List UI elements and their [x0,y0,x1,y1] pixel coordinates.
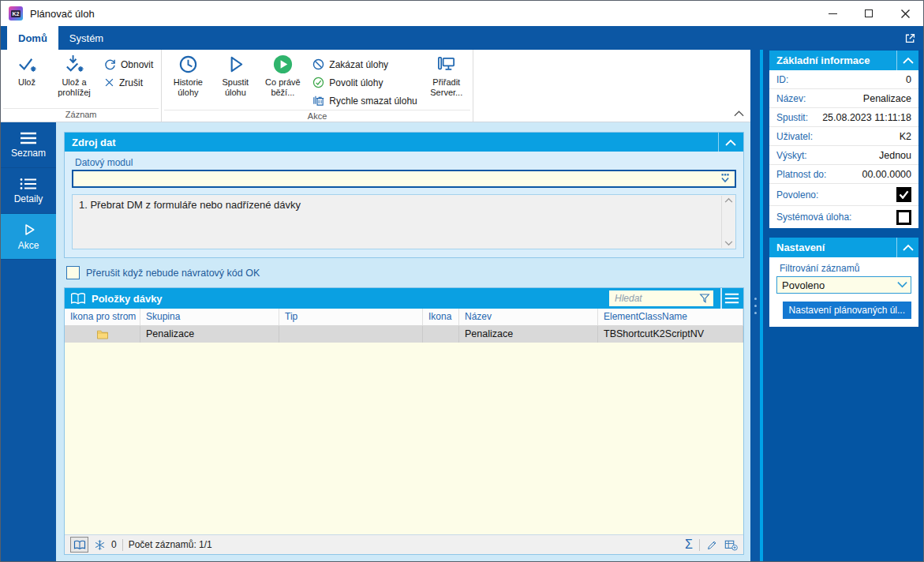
listbox-scrollbar[interactable] [721,196,735,248]
section-polozky-davky: Položky dávky [64,287,744,555]
filter-select[interactable]: Povoleno [776,276,911,294]
frozen-count: 0 [111,539,117,550]
collapse-nastaveni-button[interactable] [896,238,918,257]
zdroj-dat-header: Zdroj dat [65,133,743,152]
funnel-icon [698,292,711,305]
interrupt-checkbox-row: Přerušit když nebude návratový kód OK [66,266,744,279]
col-header-tip[interactable]: Tip [279,309,423,325]
info-row-id: ID: 0 [769,70,918,89]
popout-panel-button[interactable] [896,26,923,50]
col-header-elementclassname[interactable]: ElementClassName [598,309,743,325]
sidebar-item-detaily[interactable]: Detaily [1,168,56,214]
lookup-chevron-icon [718,171,732,185]
run-task-button[interactable]: Spustit úlohu [211,52,259,97]
save-check-icon [17,54,38,75]
ribbon-group-zaznam: Ulož Ulož a prohlížej [1,50,162,122]
table-row[interactable]: Penalizace Penalizace TBShortcutK2Script… [65,326,743,343]
server-monitor-icon [436,54,457,75]
app-window: K2 Plánovač úloh Domů Systém [0,0,924,562]
chevron-up-icon [903,57,914,64]
tab-home[interactable]: Domů [7,26,58,50]
cancel-button[interactable]: Zrušit [101,73,155,92]
zakladni-informace-title: Základní informace [776,54,870,66]
quick-delete-task-button[interactable]: Rychle smazat úlohu [309,92,419,110]
collapse-zdroj-dat-button[interactable] [718,133,742,152]
info-row-platnost-do: Platnost do: 00.00.0000 [769,165,918,184]
menu-icon [724,293,739,304]
col-header-skupina[interactable]: Skupina [140,309,279,325]
panel-splitter[interactable] [750,50,760,561]
collapse-ribbon-button[interactable] [734,108,744,119]
disable-tasks-button[interactable]: Zakázat úlohy [309,55,419,73]
freeze-snowflake-icon[interactable] [94,539,106,551]
refresh-icon [103,58,117,71]
interrupt-checkbox[interactable] [66,266,80,279]
dm-source-listbox[interactable]: 1. Přebrat DM z formuláře nebo nadřízené… [72,194,736,249]
info-row-uzivatel: Uživatel: K2 [769,127,918,146]
scroll-down-icon [724,241,733,246]
polozky-davky-header: Položky dávky [65,288,743,309]
table-menu-button[interactable] [720,288,741,309]
save-button[interactable]: Ulož [3,52,51,88]
col-header-nazev[interactable]: Název [459,309,598,325]
refresh-button[interactable]: Obnovit [101,55,155,73]
sum-button[interactable]: Σ [685,538,693,551]
divider [122,539,123,551]
card-nastaveni: Nastavení Filtrování záznamů Povoleno N [769,238,918,327]
group-label-akce: Akce [164,110,469,122]
splitter-handle-dot [754,312,757,314]
clock-icon [178,54,199,75]
collapse-zakladni-informace-button[interactable] [896,51,918,70]
row-ikona-cell [423,326,459,343]
zdroj-dat-title: Zdroj dat [72,137,116,148]
filter-funnel-button[interactable] [698,292,711,307]
info-row-spustit: Spustit: 25.08.2023 11:11:18 [769,108,918,127]
povoleno-checkbox[interactable] [896,187,911,202]
trash-icon [312,94,325,107]
divider [699,539,700,551]
edit-pencil-button[interactable] [706,539,718,551]
enable-tasks-button[interactable]: Povolit úlohy [309,73,419,92]
list-icon [19,132,38,144]
assign-server-button[interactable]: Přiřadit Server... [423,52,470,97]
row-elementclassname-cell: TBShortcutK2ScriptNV [598,326,743,343]
sidebar-item-akce[interactable]: Akce [1,214,56,260]
row-tip-cell [279,326,423,343]
datovy-modul-input[interactable] [72,170,736,188]
save-and-view-button[interactable]: Ulož a prohlížej [51,52,98,97]
filter-selected-value: Povoleno [782,279,825,291]
close-icon [900,9,911,19]
tabbar-spacer [114,26,896,50]
folder-icon [96,329,109,339]
table-footer: 0 Počet záznamů: 1/1 Σ [65,534,743,554]
play-green-icon [272,54,294,75]
ribbon-tab-bar: Domů Systém [1,26,923,50]
book-view-button[interactable] [70,537,88,553]
close-button[interactable] [887,1,923,26]
maximize-icon [865,9,873,17]
ribbon: Ulož Ulož a prohlížej [1,50,750,122]
save-view-icon [64,54,85,75]
table-empty-area [65,343,743,534]
maximize-button[interactable] [851,1,887,26]
minimize-icon [829,13,837,14]
col-header-ikona-pro-strom[interactable]: Ikona pro strom [65,309,140,325]
table-header-row: Ikona pro strom Skupina Tip Ikona Název … [65,309,743,326]
sidebar-item-seznam[interactable]: Seznam [1,122,56,168]
combo-dropdown-button[interactable] [718,171,732,188]
info-row-systemova-uloha: Systémová úloha: [769,206,918,228]
task-history-button[interactable]: Historie úlohy [164,52,211,97]
polozky-davky-title: Položky dávky [92,293,163,305]
currently-running-button[interactable]: Co právě běží... [259,52,306,97]
tab-system[interactable]: Systém [58,26,114,50]
dm-source-item[interactable]: 1. Přebrat DM z formuláře nebo nadřízené… [79,199,301,211]
minimize-button[interactable] [814,1,851,26]
main-content: Zdroj dat Datový modul [56,122,750,561]
row-skupina-cell: Penalizace [140,326,279,343]
col-header-ikona[interactable]: Ikona [423,309,459,325]
add-record-button[interactable] [724,539,738,551]
cancel-x-icon [103,77,115,88]
scheduled-tasks-settings-button[interactable]: Nastavení plánovaných úl... [783,302,911,319]
systemova-uloha-checkbox[interactable] [896,210,911,225]
zakladni-informace-header: Základní informace [769,51,918,70]
